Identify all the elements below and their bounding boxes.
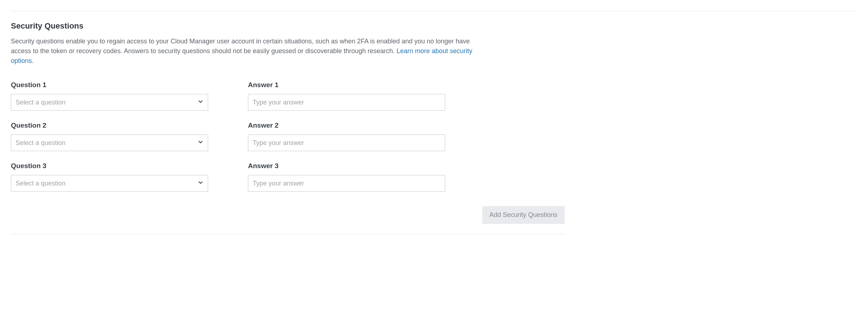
answer-3-input[interactable] [248, 175, 445, 192]
actions-row: Add Security Questions [11, 206, 565, 224]
question-2-group: Question 2 Select a question [11, 121, 208, 151]
question-2-select[interactable]: Select a question [11, 134, 208, 151]
section-description: Security questions enable you to regain … [11, 37, 474, 66]
question-3-label: Question 3 [11, 162, 208, 170]
question-1-group: Question 1 Select a question [11, 81, 208, 111]
answer-1-input[interactable] [248, 94, 445, 111]
answer-3-label: Answer 3 [248, 162, 445, 170]
answer-2-input[interactable] [248, 134, 445, 151]
add-security-questions-button[interactable]: Add Security Questions [482, 206, 565, 224]
divider-top [11, 11, 857, 11]
question-3-group: Question 3 Select a question [11, 162, 208, 192]
section-title: Security Questions [11, 21, 857, 31]
answer-1-group: Answer 1 [248, 81, 445, 111]
question-2-label: Question 2 [11, 121, 208, 129]
answer-1-label: Answer 1 [248, 81, 445, 89]
question-2-select-value: Select a question [11, 134, 208, 151]
question-1-label: Question 1 [11, 81, 208, 89]
answer-3-group: Answer 3 [248, 162, 445, 192]
question-3-select[interactable]: Select a question [11, 175, 208, 192]
answer-2-label: Answer 2 [248, 121, 445, 129]
question-1-select[interactable]: Select a question [11, 94, 208, 111]
answer-2-group: Answer 2 [248, 121, 445, 151]
question-1-select-value: Select a question [11, 94, 208, 111]
question-3-select-value: Select a question [11, 175, 208, 192]
divider-bottom [11, 234, 565, 234]
security-questions-form: Question 1 Select a question Answer 1 Qu… [11, 81, 857, 192]
